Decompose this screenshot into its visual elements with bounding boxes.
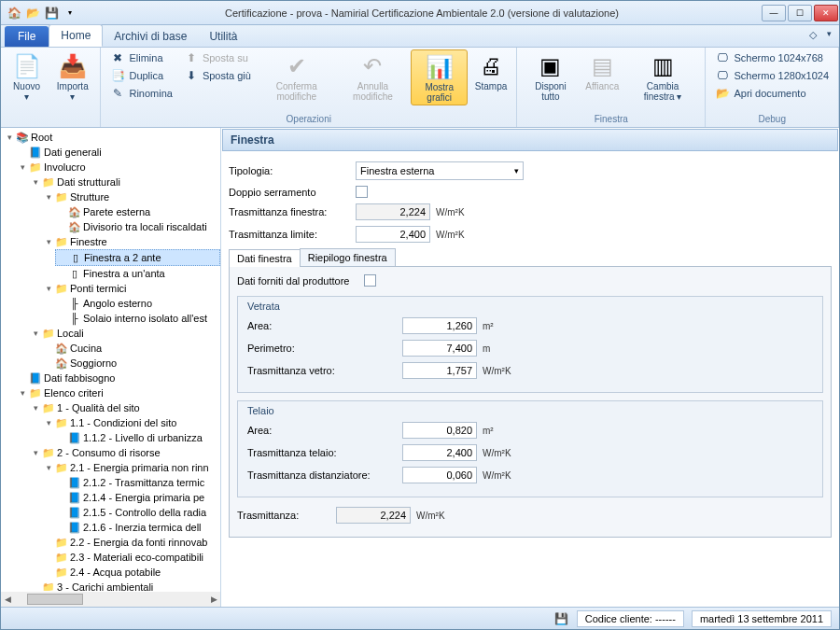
tree-item-label: 2.1.4 - Energia primaria pe xyxy=(83,490,204,505)
show-charts-button[interactable]: 📊Mostra grafici xyxy=(411,49,468,105)
tree-node[interactable]: 📁2.2 - Energia da fonti rinnovab xyxy=(42,535,220,550)
tree-node[interactable]: 📁2.3 - Materiali eco-compatibili xyxy=(42,550,220,565)
tree-node[interactable]: 📘2.1.6 - Inerzia termica dell xyxy=(55,520,220,535)
tab-home[interactable]: Home xyxy=(49,24,103,47)
duplicate-button[interactable]: 📑Duplica xyxy=(106,67,175,84)
tile-icon: ▤ xyxy=(587,51,617,81)
tree-node[interactable]: 🏠Soggiorno xyxy=(42,356,220,371)
tree-toggle-icon[interactable]: ▾ xyxy=(18,160,27,175)
tree-node[interactable]: 📘Dati generali xyxy=(16,145,220,160)
tree-item-label: 2.4 - Acqua potabile xyxy=(70,565,161,580)
tree-toggle-icon[interactable]: ▾ xyxy=(44,415,53,430)
trans-lim-input[interactable] xyxy=(356,226,430,243)
tree-node[interactable]: ▾📁1.1 - Condizioni del sito xyxy=(42,415,220,430)
move-down-button[interactable]: ⬇Sposta giù xyxy=(180,67,255,84)
tree-node[interactable]: ▯Finestra a 2 ante xyxy=(55,249,220,266)
screen-1280-button[interactable]: 🖵Schermo 1280x1024 xyxy=(711,67,833,84)
vetrata-area-input[interactable] xyxy=(402,317,477,334)
tree-toggle-icon[interactable]: ▾ xyxy=(44,281,53,296)
tree[interactable]: ▾📚Root📘Dati generali▾📁Involucro▾📁Dati st… xyxy=(1,128,220,591)
tab-utilita[interactable]: Utilità xyxy=(198,26,248,47)
minimize-button[interactable]: — xyxy=(762,5,786,21)
subtab-riepilogo[interactable]: Riepilogo finestra xyxy=(300,248,396,266)
dropdown-icon[interactable]: ▾ xyxy=(63,6,77,21)
telaio-area-input[interactable] xyxy=(402,422,477,439)
tab-archivi[interactable]: Archivi di base xyxy=(103,26,198,47)
dati-forniti-checkbox[interactable] xyxy=(364,274,376,287)
tree-toggle-icon[interactable]: ▾ xyxy=(44,189,53,204)
tipologia-label: Tipologia: xyxy=(229,165,350,176)
tree-node[interactable]: ▾📁Finestre xyxy=(42,234,220,249)
open-icon[interactable]: 📂 xyxy=(25,6,40,21)
doppio-checkbox[interactable] xyxy=(356,186,368,198)
home-icon[interactable]: 🏠 xyxy=(7,6,21,21)
vetrata-trans-input[interactable] xyxy=(402,362,477,379)
tree-root[interactable]: ▾📚Root xyxy=(3,130,220,145)
tree-node[interactable]: 📁3 - Carichi ambientali xyxy=(29,580,220,591)
print-button[interactable]: 🖨Stampa xyxy=(471,49,511,93)
tree-node[interactable]: 📘Dati fabbisogno xyxy=(16,371,220,385)
open-doc-button[interactable]: 📂Apri documento xyxy=(711,85,833,102)
save-icon[interactable]: 💾 xyxy=(44,6,59,21)
tree-node[interactable]: ▾📁Locali xyxy=(29,326,220,341)
vetrata-perim-input[interactable] xyxy=(402,340,477,357)
rename-button[interactable]: ✎Rinomina xyxy=(106,85,175,102)
telaio-trans-input[interactable] xyxy=(402,444,477,461)
switch-window-button[interactable]: ▥Cambia finestra ▾ xyxy=(626,49,700,104)
tree-node[interactable]: ▾📁2 - Consumo di risorse xyxy=(29,445,220,460)
tree-item-label: Soggiorno xyxy=(70,356,117,371)
tree-node[interactable]: 📘2.1.4 - Energia primaria pe xyxy=(55,490,220,505)
tree-scrollbar[interactable]: ◀▶ xyxy=(1,592,220,607)
delete-button[interactable]: ✖Elimina xyxy=(106,49,175,66)
tree-toggle-icon[interactable]: ▾ xyxy=(44,460,53,475)
telaio-dist-input[interactable] xyxy=(402,467,477,483)
close-button[interactable]: ✕ xyxy=(814,5,838,21)
tree-item-icon: 📁 xyxy=(55,460,68,475)
save-status-icon[interactable]: 💾 xyxy=(554,611,569,626)
tree-node[interactable]: 📁2.4 - Acqua potabile xyxy=(42,565,220,580)
tree-node[interactable]: ▾📁2.1 - Energia primaria non rinn xyxy=(42,460,220,475)
screen-icon: 🖵 xyxy=(715,68,730,83)
arrange-all-button[interactable]: ▣Disponi tutto xyxy=(523,49,579,104)
tree-node[interactable]: 🏠Parete esterna xyxy=(55,204,220,219)
maximize-button[interactable]: ☐ xyxy=(788,5,812,21)
tree-node[interactable]: ▾📁Elenco criteri xyxy=(16,385,220,400)
tree-item-label: 2.3 - Materiali eco-compatibili xyxy=(70,550,203,565)
tree-node[interactable]: ▾📁Dati strutturali xyxy=(29,175,220,189)
screen-1024-button[interactable]: 🖵Schermo 1024x768 xyxy=(711,49,833,66)
file-menu[interactable]: File xyxy=(5,26,49,47)
tree-node[interactable]: ╟Solaio interno isolato all'est xyxy=(55,311,220,326)
trans-fin-input[interactable] xyxy=(356,203,430,220)
tree-item-label: 2.1 - Energia primaria non rinn xyxy=(70,460,209,475)
tree-node[interactable]: ▯Finestra a un'anta xyxy=(55,266,220,281)
tree-node[interactable]: 📘2.1.5 - Controllo della radia xyxy=(55,505,220,520)
tree-node[interactable]: ▾📁Involucro xyxy=(16,160,220,175)
tree-node[interactable]: ▾📁1 - Qualità del sito xyxy=(29,400,220,415)
chart-icon: 📊 xyxy=(425,52,455,82)
tree-node[interactable]: ▾📁Strutture xyxy=(42,189,220,204)
tree-item-icon: ╟ xyxy=(68,296,81,311)
tree-toggle-icon[interactable]: ▾ xyxy=(31,175,40,189)
tree-item-label: Finestre xyxy=(70,234,107,249)
arrange-icon: ▣ xyxy=(536,51,566,81)
tree-node[interactable]: 📘1.1.2 - Livello di urbanizza xyxy=(55,430,220,445)
tree-toggle-icon[interactable]: ▾ xyxy=(18,385,27,400)
tree-node[interactable]: ▾📁Ponti termici xyxy=(42,281,220,296)
import-button[interactable]: 📥Importa ▾ xyxy=(50,49,94,104)
help-icon[interactable]: ◇ xyxy=(809,29,817,41)
tree-node[interactable]: 🏠Cucina xyxy=(42,341,220,356)
new-button[interactable]: 📄Nuovo ▾ xyxy=(7,49,47,104)
tree-toggle-icon[interactable]: ▾ xyxy=(31,326,40,341)
ribbon-collapse-icon[interactable]: ▾ xyxy=(827,29,832,38)
tree-node[interactable]: 🏠Divisorio tra locali riscaldati xyxy=(55,219,220,234)
tree-node[interactable]: 📘2.1.2 - Trasmittanza termic xyxy=(55,475,220,490)
tree-item-icon: 📁 xyxy=(29,385,42,400)
tree-node[interactable]: ╟Angolo esterno xyxy=(55,296,220,311)
tipologia-select[interactable]: Finestra esterna▾ xyxy=(356,161,524,180)
tree-toggle-icon[interactable]: ▾ xyxy=(31,445,40,460)
final-trans-input[interactable] xyxy=(336,507,411,524)
subtab-dati[interactable]: Dati finestra xyxy=(229,249,301,267)
tree-item-icon: 📘 xyxy=(68,520,81,535)
tree-toggle-icon[interactable]: ▾ xyxy=(44,234,53,249)
tree-toggle-icon[interactable]: ▾ xyxy=(31,400,40,415)
